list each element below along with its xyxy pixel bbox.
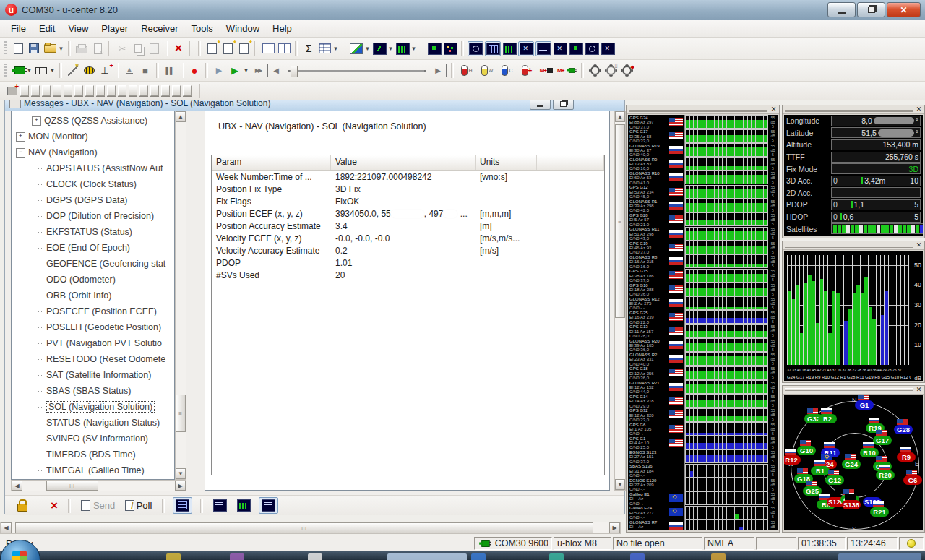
table-row[interactable]: PDOP1.01	[212, 257, 604, 269]
scroll-right-icon[interactable]: ▶	[609, 522, 620, 533]
copy-icon[interactable]	[131, 42, 145, 56]
tree-item-sat[interactable]: SAT (Satellite Information)	[12, 367, 174, 383]
baudrate-icon[interactable]	[34, 64, 48, 77]
scroll-lock-button[interactable]	[235, 498, 253, 513]
slider-thumb[interactable]	[291, 66, 298, 77]
tree-item-timebds[interactable]: TIMEBDS (BDS Time)	[12, 447, 174, 462]
chart-view-dropdown-icon[interactable]: ▼	[364, 42, 371, 56]
panel-grip[interactable]: ✕	[783, 105, 924, 114]
minimize-button[interactable]	[827, 2, 856, 17]
new-nmea-message-icon[interactable]: *	[220, 42, 235, 56]
hexdump-button[interactable]	[211, 498, 229, 513]
marker-db-icon[interactable]: M+	[537, 64, 556, 77]
chart-view-icon[interactable]	[349, 42, 363, 56]
hotkeys-icon[interactable]	[82, 64, 96, 77]
connect-icon[interactable]	[11, 64, 25, 77]
scroll-up-icon[interactable]: ▲	[615, 111, 625, 122]
table-row[interactable]: Position Fix Type3D Fix	[212, 183, 604, 195]
taskbar-item[interactable]	[471, 553, 486, 560]
sky-view-icon[interactable]: ✕	[518, 41, 534, 56]
tree-item-pvt[interactable]: PVT (Navigation PVT Solutio	[12, 335, 174, 351]
tree-item-resetodo[interactable]: RESETODO (Reset Odomete	[12, 351, 174, 367]
close-button[interactable]: ✕	[887, 2, 921, 17]
statistic-view-icon[interactable]	[502, 42, 517, 56]
temperature-hot-icon[interactable]: H	[457, 64, 476, 77]
tree-item-orb[interactable]: ORB (Orbit Info)	[12, 288, 174, 303]
close-icon[interactable]: ✕	[770, 105, 778, 113]
table-row[interactable]: Position ECEF (x, y, z)3934050.0, 55, 49…	[212, 207, 604, 220]
table-header-param[interactable]: Param	[212, 155, 331, 170]
position-slider[interactable]	[288, 64, 426, 78]
expand-icon[interactable]: +	[32, 116, 41, 126]
taskbar-item[interactable]	[166, 553, 181, 560]
statistics-icon[interactable]: Σ	[301, 42, 316, 56]
text-console-icon[interactable]	[535, 41, 551, 56]
table-row[interactable]: #SVs Used20	[212, 269, 604, 281]
cut-icon[interactable]: ✂	[115, 42, 129, 56]
expand-icon[interactable]: +	[16, 132, 25, 142]
close-all-icon[interactable]: ×	[171, 42, 186, 56]
table-header-value[interactable]: Value	[331, 155, 476, 170]
print-preview-icon[interactable]: ○	[90, 42, 105, 56]
scroll-up-icon[interactable]: ▲	[176, 111, 186, 122]
taskbar-item[interactable]	[230, 553, 244, 560]
histogram-view-icon[interactable]	[395, 42, 410, 56]
taskbar-item[interactable]	[838, 553, 921, 560]
play-dropdown-icon[interactable]: ▼	[243, 64, 249, 77]
baudrate-dropdown-icon[interactable]: ▼	[49, 64, 56, 77]
table-row[interactable]: Week Number:Time of ...1892:221097.00049…	[212, 171, 604, 183]
table-row[interactable]: Fix FlagsFixOK	[212, 195, 604, 207]
connect-dropdown-icon[interactable]: ▼	[26, 64, 33, 77]
temperature-add-icon[interactable]: +	[518, 64, 535, 77]
tree-item-posecef[interactable]: POSECEF (Position ECEF)	[12, 303, 174, 319]
lock-button[interactable]	[15, 498, 30, 513]
fast-forward-icon[interactable]: ▶▶	[251, 64, 265, 77]
split-vertical-icon[interactable]	[277, 42, 291, 56]
tree-item-nav[interactable]: −NAV (Navigation)	[12, 145, 174, 160]
taskbar-item[interactable]	[549, 553, 564, 560]
docking-window-icon[interactable]: ✕	[601, 42, 615, 56]
map-view-icon[interactable]	[372, 42, 387, 56]
pause-icon[interactable]: ▌▌	[163, 64, 177, 77]
menu-edit[interactable]: Edit	[33, 21, 61, 36]
open-icon[interactable]	[43, 42, 57, 56]
step-forward-icon[interactable]: ▶	[212, 64, 226, 77]
scroll-down-icon[interactable]: ▼	[176, 468, 186, 479]
map-view-dropdown-icon[interactable]: ▼	[387, 42, 394, 56]
menu-player[interactable]: Player	[95, 21, 134, 36]
scroll-left-icon[interactable]: ◀	[12, 481, 22, 491]
tree-item-aopstatus[interactable]: AOPSTATUS (AssistNow Aut	[12, 160, 174, 176]
close-icon[interactable]: ✕	[915, 105, 923, 113]
deviation-map-icon[interactable]	[569, 42, 583, 56]
tree-item-geofence[interactable]: GEOFENCE (Geofencing stat	[12, 256, 174, 272]
packet-console-icon[interactable]	[468, 41, 483, 56]
save-icon[interactable]	[27, 42, 41, 56]
taskbar-item[interactable]	[308, 553, 322, 560]
menu-view[interactable]: View	[61, 21, 95, 36]
table-row[interactable]: Velocity ECEF (x, y, z)-0.0, -0.0, -0.0[…	[212, 232, 604, 244]
toolbar-grip[interactable]	[4, 64, 7, 78]
scroll-thumb[interactable]: |||	[46, 481, 98, 491]
histogram-view-dropdown-icon[interactable]: ▼	[410, 42, 417, 56]
play-icon[interactable]: ▶	[228, 64, 242, 77]
temperature-cold-icon[interactable]: C	[498, 64, 517, 77]
table-header-units[interactable]: Units	[476, 155, 537, 170]
tree-item-sol[interactable]: SOL (Navigation Solution)	[12, 399, 174, 415]
menu-receiver[interactable]: Receiver	[134, 21, 184, 36]
scroll-left-icon[interactable]: ◀	[1, 522, 12, 533]
auto-poll-button[interactable]	[173, 497, 192, 514]
close-icon[interactable]: ✕	[915, 386, 923, 393]
split-horizontal-icon[interactable]	[261, 42, 275, 56]
toolbar-grip[interactable]	[4, 41, 7, 56]
message-view-scrollbar[interactable]: ▲▼≡	[614, 111, 626, 491]
new-file-icon[interactable]	[11, 42, 25, 56]
table-view-icon[interactable]	[317, 42, 332, 56]
scroll-thumb[interactable]: |||	[15, 522, 593, 533]
temperature-warm-icon[interactable]: W	[478, 64, 496, 77]
menu-tools[interactable]: Tools	[185, 21, 220, 36]
tree-horizontal-scrollbar[interactable]: ◀▶|||	[11, 480, 186, 491]
panel-grip[interactable]: ✕	[783, 241, 924, 250]
agps-status-icon[interactable]: +	[5, 84, 20, 98]
scroll-down-icon[interactable]: ▼	[615, 479, 625, 490]
configuration-view-icon[interactable]	[443, 42, 457, 56]
